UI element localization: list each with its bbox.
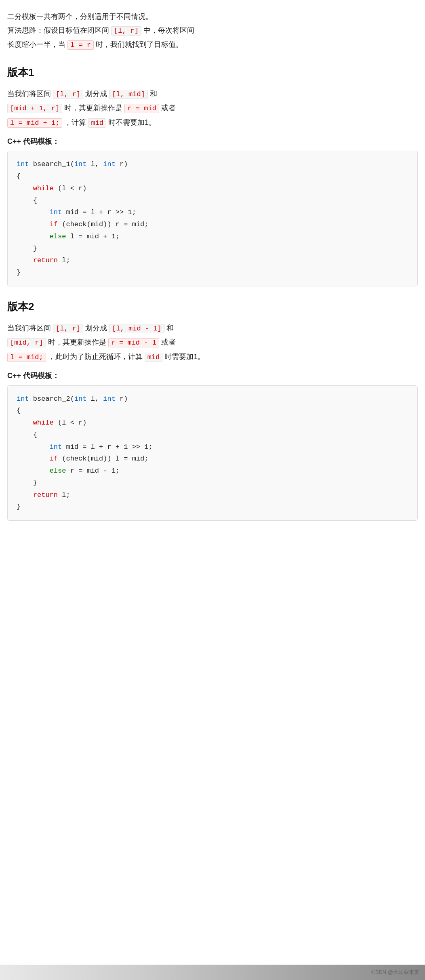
v1-code-lr: [l, r]	[53, 90, 83, 99]
v1-desc3-suf: 时不需要加1。	[108, 118, 156, 126]
version2-heading: 版本2	[7, 298, 418, 315]
v2-desc2-mid: 时，其更新操作是	[48, 338, 106, 346]
footer: ©SDN @大耳朵来来	[0, 965, 425, 980]
intro-block: 二分模板一共有两个，分别适用于不同情况。 算法思路：假设目标值在闭区间 [l, …	[7, 10, 418, 52]
v1-desc1-suf: 和	[150, 90, 157, 98]
version2-code-block: int bsearch_2(int l, int r) { while (l <…	[7, 385, 418, 521]
version2-cpp-label: C++ 代码模板：	[7, 370, 418, 382]
v2-code-midr: [mid, r]	[7, 338, 46, 347]
inline-code-lr1: [l, r]	[111, 26, 141, 36]
v2-code-lr: [l, r]	[53, 324, 83, 333]
v2-code-lmid1: [l, mid - 1]	[109, 324, 164, 333]
v1-code-mid1r: [mid + 1, r]	[7, 104, 62, 113]
intro-text3b: 时，我们就找到了目标值。	[96, 40, 183, 48]
v1-desc1-prefix: 当我们将区间	[7, 90, 51, 98]
v1-desc1-mid: 划分成	[85, 90, 107, 98]
v2-desc3-mid: ，此时为了防止死循环，计算	[48, 353, 143, 361]
v2-desc2-or: 或者	[161, 338, 176, 346]
v1-desc2-mid: 时，其更新操作是	[64, 104, 122, 112]
version1-cpp-label: C++ 代码模板：	[7, 135, 418, 148]
v1-code-lmid1: l = mid + 1;	[7, 118, 62, 128]
v2-desc1-mid: 划分成	[85, 324, 107, 332]
v1-code-lmid: [l, mid]	[109, 90, 148, 99]
version1-code-block: int bsearch_1(int l, int r) { while (l <…	[7, 151, 418, 286]
v1-code-rmid: r = mid	[124, 104, 159, 113]
version1-desc: 当我们将区间 [l, r] 划分成 [l, mid] 和 [mid + 1, r…	[7, 87, 418, 130]
intro-text2a: 算法思路：假设目标值在闭区间	[7, 26, 109, 34]
v1-code-mid2: mid	[88, 118, 106, 128]
intro-text3a: 长度缩小一半，当	[7, 40, 65, 48]
intro-line3: 长度缩小一半，当 l = r 时，我们就找到了目标值。	[7, 38, 418, 52]
intro-line2: 算法思路：假设目标值在闭区间 [l, r] 中，每次将区间	[7, 23, 418, 38]
v2-desc1-suf: 和	[166, 324, 174, 332]
v1-desc3-mid: ，计算	[64, 118, 86, 126]
v2-code-rmid1: r = mid - 1	[108, 338, 159, 347]
intro-line1: 二分模板一共有两个，分别适用于不同情况。	[7, 10, 418, 23]
v2-desc1-prefix: 当我们将区间	[7, 324, 51, 332]
intro-text1: 二分模板一共有两个，分别适用于不同情况。	[7, 13, 153, 21]
v2-code-lmid: l = mid;	[7, 353, 46, 362]
v2-code-mid: mid	[145, 353, 163, 362]
version2-desc: 当我们将区间 [l, r] 划分成 [l, mid - 1] 和 [mid, r…	[7, 321, 418, 364]
footer-text: ©SDN @大耳朵来来	[371, 968, 419, 977]
version1-heading: 版本1	[7, 63, 418, 81]
inline-code-lr-eq: l = r	[67, 40, 94, 50]
v1-desc2-or: 或者	[161, 104, 176, 112]
v2-desc3-suf: 时需要加1。	[164, 353, 205, 361]
intro-text2b: 中，每次将区间	[143, 26, 194, 34]
